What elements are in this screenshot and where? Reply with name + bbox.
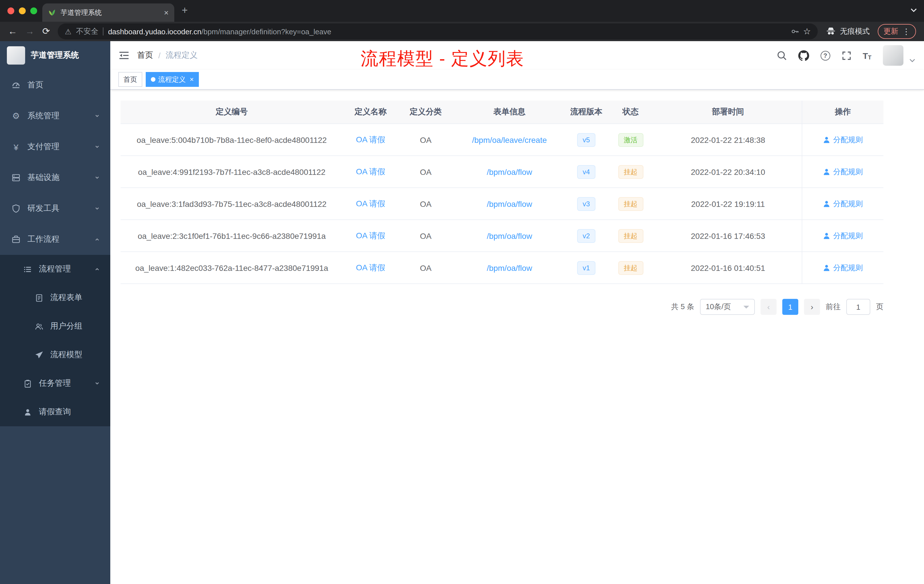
browser-tab[interactable]: 芋道管理系统 × xyxy=(42,3,174,22)
form-link[interactable]: /bpm/oa/leave/create xyxy=(472,135,547,144)
sidebar-item-label: 支付管理 xyxy=(27,142,89,152)
help-icon[interactable]: ? xyxy=(820,51,830,60)
sidebar-item-payment[interactable]: ¥ 支付管理 xyxy=(0,132,110,162)
workflow-icon xyxy=(10,235,22,244)
reload-icon[interactable]: ⟳ xyxy=(42,27,50,36)
sidebar-item-process-model[interactable]: 流程模型 xyxy=(0,341,110,369)
sidebar-item-workflow[interactable]: 工作流程 xyxy=(0,224,110,255)
warning-icon: ⚠ xyxy=(65,27,71,36)
user-avatar[interactable] xyxy=(883,45,903,66)
sidebar-item-task-manage[interactable]: 任务管理 xyxy=(0,369,110,398)
definition-name-link[interactable]: OA 请假 xyxy=(356,167,385,177)
process-list-icon xyxy=(22,265,33,274)
github-icon[interactable] xyxy=(798,50,809,61)
active-dot xyxy=(151,77,155,82)
sidebar-item-infrastructure[interactable]: 基础设施 xyxy=(0,162,110,193)
sidebar-collapse-icon[interactable] xyxy=(119,51,129,60)
status-badge: 激活 xyxy=(618,133,643,147)
assign-rule-link[interactable]: 分配规则 xyxy=(823,262,863,273)
sidebar-item-label: 流程模型 xyxy=(50,350,100,360)
bookmark-star-icon[interactable]: ☆ xyxy=(803,26,811,36)
omnibox-divider xyxy=(103,27,104,35)
current-page-button[interactable]: 1 xyxy=(782,299,798,315)
search-icon[interactable] xyxy=(776,50,787,61)
definition-name-link[interactable]: OA 请假 xyxy=(356,231,385,241)
pagination: 共 5 条 10条/页 ‹ 1 › 前往 页 xyxy=(120,299,883,315)
fullscreen-icon[interactable] xyxy=(842,51,851,60)
dashboard-icon xyxy=(10,81,22,90)
deploy-time: 2022-01-22 21:48:38 xyxy=(654,124,802,155)
gear-icon: ⚙ xyxy=(10,111,22,121)
tab-search-chevron-icon[interactable] xyxy=(910,8,917,13)
window-close-button[interactable] xyxy=(7,7,14,14)
sidebar-item-process-manage[interactable]: 流程管理 xyxy=(0,255,110,284)
tag-process-definition[interactable]: 流程定义 × xyxy=(146,72,199,87)
security-label[interactable]: 不安全 xyxy=(76,26,98,36)
definition-name-link[interactable]: OA 请假 xyxy=(356,135,385,145)
screen: 芋道管理系统 × + ← → ⟳ ⚠ 不安全 dashboard.yudao.i… xyxy=(0,0,924,584)
avatar-caret-icon[interactable] xyxy=(909,58,916,63)
window-minimize-button[interactable] xyxy=(19,7,26,14)
window-zoom-button[interactable] xyxy=(30,7,37,14)
sidebar-logo[interactable]: 芋道管理系统 xyxy=(0,41,110,70)
definition-category: OA xyxy=(398,124,453,155)
definition-name-link[interactable]: OA 请假 xyxy=(356,199,385,209)
status-badge: 挂起 xyxy=(618,197,643,211)
browser-update-button[interactable]: 更新 ⋮ xyxy=(878,24,916,39)
pagination-total: 共 5 条 xyxy=(671,302,694,312)
assign-rule-link[interactable]: 分配规则 xyxy=(823,167,863,177)
sidebar-item-home[interactable]: 首页 xyxy=(0,70,110,101)
prev-page-button[interactable]: ‹ xyxy=(761,299,777,315)
table-row: oa_leave:2:3c1f0ef1-76b1-11ec-9c66-a2380… xyxy=(120,220,883,252)
tag-home[interactable]: 首页 xyxy=(118,72,142,87)
header-version: 流程版本 xyxy=(566,101,607,124)
sidebar-item-process-form[interactable]: 流程表单 xyxy=(0,284,110,312)
sidebar-item-user-group[interactable]: 用户分组 xyxy=(0,312,110,341)
form-icon xyxy=(33,294,45,302)
sidebar-item-leave-query[interactable]: 请假查询 xyxy=(0,398,110,426)
tag-label: 首页 xyxy=(124,74,137,84)
sidebar-item-system[interactable]: ⚙ 系统管理 xyxy=(0,101,110,132)
status-badge: 挂起 xyxy=(618,165,643,178)
chevron-down-icon xyxy=(94,113,100,119)
breadcrumb-home[interactable]: 首页 xyxy=(137,50,153,61)
browser-menu-icon[interactable]: ⋮ xyxy=(902,27,910,36)
forward-icon[interactable]: → xyxy=(25,27,34,36)
definition-name-link[interactable]: OA 请假 xyxy=(356,262,385,273)
assign-rule-link[interactable]: 分配规则 xyxy=(823,231,863,241)
assign-rule-link[interactable]: 分配规则 xyxy=(823,199,863,209)
browser-tab-strip: 芋道管理系统 × + xyxy=(0,0,924,22)
tab-close-icon[interactable]: × xyxy=(164,8,168,17)
page-size-select[interactable]: 10条/页 xyxy=(700,299,755,315)
header-form: 表单信息 xyxy=(453,101,566,124)
definition-id: oa_leave:3:1fad3d93-7b75-11ec-a3c8-acde4… xyxy=(120,188,343,219)
form-link[interactable]: /bpm/oa/flow xyxy=(487,231,532,240)
status-badge: 挂起 xyxy=(618,261,643,275)
form-link[interactable]: /bpm/oa/flow xyxy=(487,263,532,272)
password-key-icon[interactable] xyxy=(790,27,799,35)
sidebar-filler xyxy=(0,426,110,584)
definition-category: OA xyxy=(398,156,453,187)
sidebar-item-label: 流程管理 xyxy=(39,264,89,274)
task-icon xyxy=(22,379,33,388)
window-controls xyxy=(7,7,37,14)
assign-rule-link[interactable]: 分配规则 xyxy=(823,135,863,145)
sidebar-item-devtools[interactable]: 研发工具 xyxy=(0,193,110,224)
definition-table: 定义编号 定义名称 定义分类 表单信息 流程版本 状态 部署时间 操作 oa_l… xyxy=(120,101,883,315)
header-status: 状态 xyxy=(607,101,654,124)
form-link[interactable]: /bpm/oa/flow xyxy=(487,199,532,208)
definition-id: oa_leave:1:482ec033-762a-11ec-8477-a2380… xyxy=(120,252,343,284)
logo-title: 芋道管理系统 xyxy=(31,50,79,61)
new-tab-button[interactable]: + xyxy=(182,5,188,16)
tag-close-icon[interactable]: × xyxy=(190,76,194,83)
back-icon[interactable]: ← xyxy=(8,27,17,36)
header-actions: 操作 xyxy=(802,101,883,124)
table-header-row: 定义编号 定义名称 定义分类 表单信息 流程版本 状态 部署时间 操作 xyxy=(120,101,883,124)
version-badge: v5 xyxy=(577,133,596,147)
page-goto-input[interactable] xyxy=(846,299,870,315)
breadcrumb: 首页 / 流程定义 xyxy=(137,50,198,61)
next-page-button[interactable]: › xyxy=(804,299,820,315)
font-size-icon[interactable]: TT xyxy=(863,51,871,60)
address-bar[interactable]: ⚠ 不安全 dashboard.yudao.iocoder.cn/bpm/man… xyxy=(58,23,818,40)
form-link[interactable]: /bpm/oa/flow xyxy=(487,167,532,176)
